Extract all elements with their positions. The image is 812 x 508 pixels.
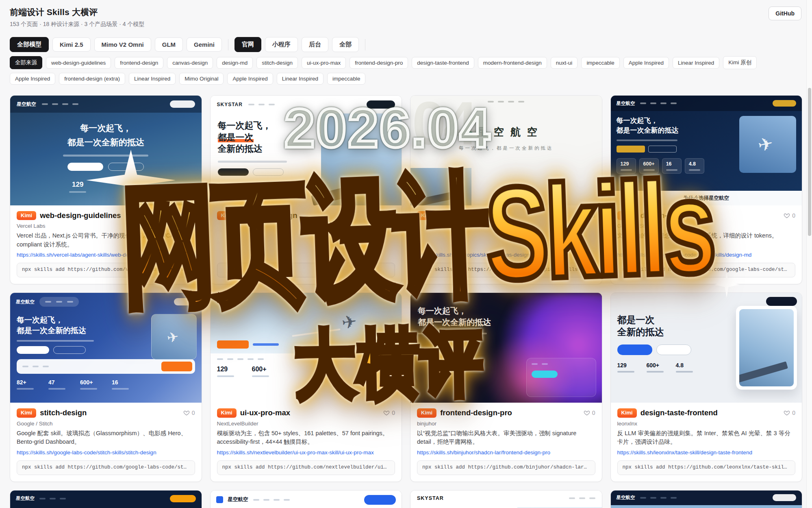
source-filter-chip[interactable]: impeccable (327, 73, 365, 85)
skill-link[interactable] (217, 252, 395, 259)
skill-card[interactable]: 星空航空 SKYSTAR AIRLINES (10, 490, 202, 508)
preview-photo: ✈ (151, 314, 197, 360)
skill-link[interactable]: https://skills.sh/binjuhor/shadcn-lar/fr… (417, 449, 595, 456)
card-body: Kimi stitch-design 0 Google / Stitch Goo… (10, 403, 202, 481)
model-filter-chip[interactable]: Gemini (187, 37, 222, 52)
preview-stats: 129 600+ 4.8 (617, 362, 716, 373)
install-command[interactable] (217, 263, 395, 277)
preview-logo-mark (216, 496, 223, 503)
source-filter-chip[interactable]: Linear Inspired (277, 73, 323, 85)
skill-card[interactable]: SKYSTAR 每一次起飞， 都是一次 全新的抵达 600+ Kimi fron… (210, 95, 402, 284)
scene-filter-chip[interactable]: 官网 (234, 37, 261, 52)
likes[interactable]: 0 (383, 212, 395, 219)
source-filter-chip[interactable]: Mimo Original (179, 73, 224, 85)
card-description: 文档驱动的设计理念。语义化设计系统，详细的设计 tokens。 (617, 231, 796, 249)
model-badge: Kimi (417, 408, 436, 417)
stat-value: 600+ (126, 181, 141, 188)
install-command[interactable]: npx skills add https://github.com/anthro… (417, 263, 595, 277)
skill-card[interactable]: ✈ 129 600+ Kimi ui-ux-pro-max 0 (210, 292, 402, 482)
source-filter-chip[interactable]: design-taste-frontend (412, 57, 474, 69)
source-filter-chip[interactable]: Linear Inspired (129, 73, 176, 85)
preview-nav-bars (248, 104, 275, 105)
preview-photo (410, 168, 471, 205)
install-command[interactable]: npx skills add https://github.com/nextle… (217, 460, 395, 475)
install-command[interactable]: npx skills add https://github.com/vercel… (17, 263, 195, 277)
source-filter-chip[interactable]: Apple Inspired (623, 57, 669, 69)
heart-icon (383, 212, 390, 219)
source-filter-chip[interactable]: design-md (217, 57, 253, 69)
github-button[interactable]: GitHub (769, 7, 801, 20)
page-header: 前端设计 Skills 大横评 153 个页面 · 18 种设计来源 · 3 个… (0, 0, 812, 31)
preview-cta-pill (773, 100, 796, 107)
model-filter-chip[interactable]: GLM (155, 37, 183, 52)
preview-slogan: 每一次起飞， (418, 305, 595, 316)
source-filter-chip[interactable]: canvas-design (167, 57, 213, 69)
skill-card[interactable]: 星空航空 每一次起飞， 都是一次全新的抵达 129 600+ 16 4.8 (610, 95, 803, 284)
model-filter-chip[interactable]: Mimo V2 Omni (94, 37, 151, 52)
skill-card[interactable]: 星空航空 每一次起飞， 都是一次全新的抵达 (610, 490, 803, 508)
source-filter-chip[interactable]: Apple Inspired (10, 73, 55, 85)
source-filter-chip[interactable]: modern-frontend-design (478, 57, 547, 69)
skill-card[interactable]: 都是一次 全新的抵达 129 600+ 4.8 Kimi design-tast… (610, 292, 803, 482)
scene-filter-chip[interactable]: 小程序 (265, 37, 298, 52)
likes[interactable]: 0 (183, 212, 195, 219)
source-filter-chip[interactable]: frontend-design (extra) (59, 73, 125, 85)
likes[interactable]: 0 (784, 212, 795, 219)
skill-card[interactable]: 04 星空航空 每一次起飞，都是一次全新的抵达 Kimi canvas-desi… (410, 95, 602, 284)
preview-slogan: 全新的抵达 (218, 143, 317, 155)
skill-link[interactable]: https://skills.sh/google-labs-code/stitc… (617, 252, 796, 259)
skill-card[interactable]: 每一次起飞， 都是一次全新的抵达 Kimi frontend-design-pr… (410, 292, 602, 482)
preview-buttons (617, 146, 735, 153)
source-filter-chip[interactable]: impeccable (581, 57, 619, 69)
source-filter-chip[interactable]: Kimi 原创 (723, 56, 757, 69)
install-command[interactable]: npx skills add https://github.com/binjuh… (417, 460, 595, 475)
scene-filter-chip[interactable]: 后台 (302, 37, 328, 52)
source-filter-chip[interactable]: Apple Inspired (227, 73, 273, 85)
skill-link[interactable]: https://skills.sh/leonxlnx/taste-skill/d… (617, 449, 796, 456)
source-filter-chip[interactable]: ui-ux-pro-max (302, 57, 346, 69)
likes[interactable]: 0 (784, 410, 795, 416)
install-command[interactable]: npx skills add https://github.com/leonxl… (617, 460, 796, 475)
preview-buttons (217, 340, 279, 349)
install-command[interactable]: npx skills add https://github.com/google… (617, 263, 796, 277)
model-filter-row: 全部模型 Kimi 2.5 Mimo V2 Omni GLM Gemini 官网… (10, 37, 802, 52)
preview-nav-bars (640, 102, 677, 104)
like-count: 0 (392, 410, 395, 416)
preview-search-button (161, 362, 192, 371)
install-command[interactable]: npx skills add https://github.com/google… (17, 460, 195, 475)
skill-link[interactable]: https://skills.sh/nextlevelbuilder/ui-ux… (217, 449, 395, 456)
card-preview: 星空航空 每一次起飞， 都是一次全新的抵达 82+ 47 600+ 16 ✈ (10, 293, 202, 403)
likes[interactable]: 0 (584, 410, 595, 416)
scene-filter-chip[interactable]: 全部 (332, 37, 359, 52)
skill-link[interactable]: https://skills.sh/vercel-labs/agent-skil… (17, 252, 195, 259)
heart-icon (584, 212, 590, 219)
preview-buttons (218, 168, 317, 176)
source-filter-chip[interactable]: nuxt-ui (551, 57, 578, 69)
filter-section: 全部模型 Kimi 2.5 Mimo V2 Omni GLM Gemini 官网… (0, 31, 812, 85)
skill-link[interactable]: https://skills.sh/anthropics/skills/canv… (417, 252, 595, 259)
scrollbar-thumb[interactable] (808, 88, 811, 236)
source-filter-chip[interactable]: Linear Inspired (673, 57, 719, 69)
likes[interactable]: 0 (383, 410, 395, 416)
skill-card[interactable]: 星空航空 每一次起飞， 都是一次全新的抵达 ✈ (210, 490, 402, 508)
source-filter-chip[interactable]: frontend-design-pro (350, 57, 408, 69)
source-filter-chip[interactable]: stitch-design (256, 57, 298, 69)
card-body: Kimi design-md 0 Google / Stitch 文档驱动的设计… (611, 205, 802, 284)
model-filter-chip[interactable]: 全部模型 (10, 37, 49, 52)
skill-card[interactable]: 星空航空 每一次起飞， 都是一次全新的抵达 82+ 47 600+ 16 ✈ (10, 292, 202, 482)
skill-link[interactable]: https://skills.sh/google-labs-code/stitc… (17, 449, 195, 456)
model-filter-chip[interactable]: Kimi 2.5 (52, 37, 91, 52)
likes[interactable]: 0 (183, 410, 195, 416)
likes[interactable]: 0 (584, 212, 595, 219)
card-title: stitch-design (40, 408, 180, 417)
source-filter-chip[interactable]: 全部来源 (10, 56, 42, 69)
skill-card[interactable]: 星空航空 每一次起飞， 都是一次全新的抵达 129 600+ Kimi web-… (10, 95, 202, 284)
preview-subtext-bar (617, 140, 677, 141)
source-filter-chip[interactable]: web-design-guidelines (46, 57, 111, 69)
skill-card[interactable]: SKYSTAR 飞行的意义， 不止于抵达。 ✈ (410, 490, 602, 508)
plane-icon: ✈ (165, 328, 180, 346)
source-filter-chip[interactable]: frontend-design (115, 57, 163, 69)
card-preview: 04 星空航空 每一次起飞，都是一次全新的抵达 (410, 96, 602, 205)
scrollbar-track[interactable] (806, 0, 812, 508)
like-count: 0 (392, 212, 395, 219)
